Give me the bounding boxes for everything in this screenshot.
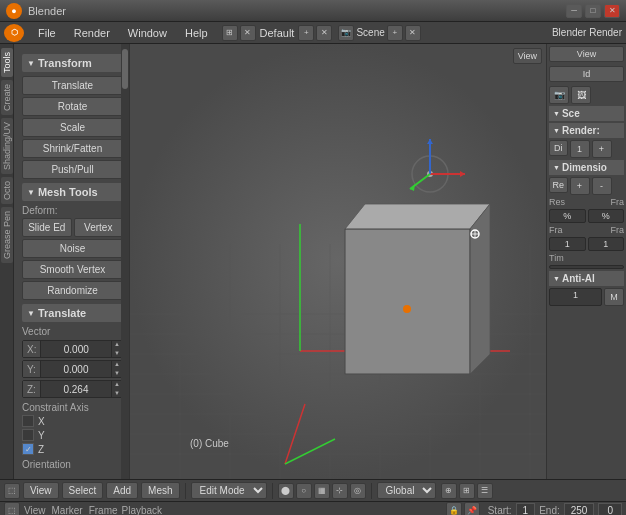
sidebar-tab-tools[interactable]: Tools [1,48,13,77]
global-selector[interactable]: Global [377,482,436,499]
menu-window[interactable]: Window [120,25,175,41]
mesh-tools-panel-header[interactable]: ▼ Mesh Tools [22,183,123,201]
timeline-playback-btn[interactable]: Playback [122,505,163,516]
viewport[interactable]: User Persp [130,44,546,479]
sce-panel-header[interactable]: ▼ Sce [549,106,624,121]
sidebar-scrollbar-thumb[interactable] [122,49,128,89]
aa-m-icon[interactable]: M [604,288,624,306]
workspace-close-icon[interactable]: ✕ [316,25,332,41]
menu-file[interactable]: File [30,25,64,41]
res-x-value[interactable]: % [549,209,586,223]
current-frame[interactable]: 0 [598,503,622,516]
asp-x[interactable]: 1 [549,237,586,251]
minimize-button[interactable]: ─ [566,4,582,18]
lock-icon[interactable]: 🔒 [446,502,462,515]
aa-value[interactable]: 1 [549,288,602,306]
scene-add-icon[interactable]: + [387,25,403,41]
z-field[interactable]: Z: 0.264 ▲ ▼ [22,380,123,398]
asp-y[interactable]: 1 [588,237,625,251]
randomize-button[interactable]: Randomize [22,281,123,300]
constraint-z-checkbox[interactable]: ✓ [22,443,34,455]
viewport-view-button[interactable]: View [513,48,542,64]
sidebar-tab-octo[interactable]: Octo [1,177,13,204]
sidebar-scrollbar[interactable] [121,44,129,479]
camera-icon[interactable]: 📷 [338,25,354,41]
solid-mode-icon[interactable]: ⬤ [278,483,294,499]
close-button[interactable]: ✕ [604,4,620,18]
pin-icon[interactable]: 📌 [464,502,480,515]
right-id-button[interactable]: Id [549,66,624,82]
pivot-icon[interactable]: ⊕ [441,483,457,499]
mesh-button[interactable]: Mesh [141,482,179,499]
dimensions-panel-header[interactable]: ▼ Dimensio [549,160,624,175]
constraint-x-checkbox[interactable] [22,415,34,427]
mesh-tools-triangle-icon: ▼ [27,188,35,197]
snap-icon[interactable]: ⊹ [332,483,348,499]
mode-selector[interactable]: Edit Mode [191,482,267,499]
dim-icon-2[interactable]: - [592,177,612,195]
left-sidebar: Tools Create Shading/UV Octo Grease Pen … [0,44,130,479]
push-pull-button[interactable]: Push/Pull [22,160,123,179]
overlay-icon[interactable]: ☰ [477,483,493,499]
re-button[interactable]: Re [549,177,568,193]
select-button[interactable]: Select [62,482,104,499]
start-value[interactable]: 1 [516,503,536,516]
anti-alias-panel-header[interactable]: ▼ Anti-Al [549,271,624,286]
workspace-add-icon[interactable]: + [298,25,314,41]
transform-triangle-icon: ▼ [27,59,35,68]
scene-close-icon[interactable]: ✕ [405,25,421,41]
view-button[interactable]: View [23,482,59,499]
render-icon-2[interactable]: + [592,140,612,158]
constraint-z[interactable]: ✓ Z [22,443,123,455]
translate-panel-header[interactable]: ▼ Translate [22,304,123,322]
maximize-button[interactable]: □ [585,4,601,18]
menu-render[interactable]: Render [66,25,118,41]
transform-panel-header[interactable]: ▼ Transform [22,54,123,72]
render-panel-header[interactable]: ▼ Render: [549,123,624,138]
sidebar-tab-grease[interactable]: Grease Pen [1,207,13,263]
constraint-axis-section: Constraint Axis X Y ✓ Z [22,402,123,455]
camera-render-icon[interactable]: 📷 [549,86,569,104]
constraint-y-label: Y [38,430,45,441]
smooth-vertex-button[interactable]: Smooth Vertex [22,260,123,279]
timeline-icon[interactable]: ⬚ [4,502,20,515]
timeline-frame-btn[interactable]: Frame [89,505,118,516]
proportional-icon[interactable]: ◎ [350,483,366,499]
constraint-y-checkbox[interactable] [22,429,34,441]
viewport-icon[interactable]: ⬚ [4,483,20,499]
right-view-button[interactable]: View [549,46,624,62]
svg-marker-19 [345,229,470,374]
slide-edge-button[interactable]: Slide Ed [22,218,72,237]
timeline-marker-btn[interactable]: Marker [52,505,83,516]
wire-mode-icon[interactable]: ○ [296,483,312,499]
sidebar-tab-shading[interactable]: Shading/UV [1,118,13,174]
vertex-button[interactable]: Vertex [74,218,124,237]
render-icon-1[interactable]: 1 [570,140,590,158]
constraint-y[interactable]: Y [22,429,123,441]
texture-icon[interactable]: ▦ [314,483,330,499]
add-button[interactable]: Add [106,482,138,499]
shrink-fatten-button[interactable]: Shrink/Fatten [22,139,123,158]
timeline-view-btn[interactable]: View [24,505,46,516]
screen-layout-icon[interactable]: ⊞ [222,25,238,41]
sidebar-tab-create[interactable]: Create [1,80,13,115]
x-field[interactable]: X: 0.000 ▲ ▼ [22,340,123,358]
fra-label2: Fra [611,225,625,235]
res-y-value[interactable]: % [588,209,625,223]
layer-icon[interactable]: ⊞ [459,483,475,499]
y-label: Y: [23,361,41,377]
render-di-button[interactable]: Di [549,140,568,156]
rotate-button[interactable]: Rotate [22,97,123,116]
end-value[interactable]: 250 [564,503,595,516]
constraint-x[interactable]: X [22,415,123,427]
noise-button[interactable]: Noise [22,239,123,258]
translate-button[interactable]: Translate [22,76,123,95]
dim-icon-1[interactable]: + [570,177,590,195]
close-screen-icon[interactable]: ✕ [240,25,256,41]
render-icon[interactable]: 🖼 [571,86,591,104]
menu-help[interactable]: Help [177,25,216,41]
right-sidebar: View Id 📷 🖼 ▼ Sce ▼ Render: Di 1 + ▼ Dim… [546,44,626,479]
y-field[interactable]: Y: 0.000 ▲ ▼ [22,360,123,378]
scale-button[interactable]: Scale [22,118,123,137]
tim-value[interactable] [549,265,624,269]
